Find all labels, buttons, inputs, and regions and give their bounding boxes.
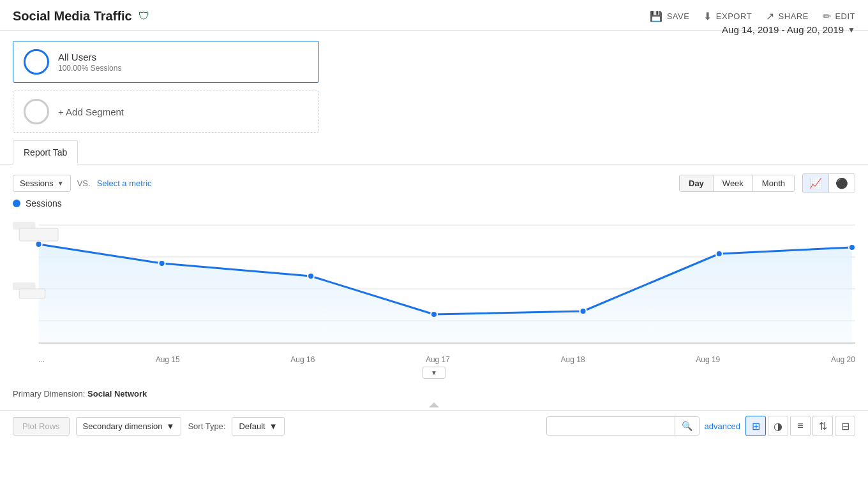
sessions-legend-dot — [13, 200, 20, 207]
metric-dropdown[interactable]: Sessions ▼ — [13, 175, 71, 192]
sort-type-label: Sort Type: — [188, 421, 225, 431]
select-metric-link[interactable]: Select a metric — [97, 179, 152, 188]
date-range-arrow-icon: ▼ — [848, 26, 855, 34]
x-label-aug17: Aug 17 — [426, 355, 450, 364]
svg-point-9 — [158, 260, 165, 267]
export-button[interactable]: ⬇ EXPORT — [703, 10, 752, 22]
pivot-view-btn[interactable]: ⇅ — [812, 416, 833, 436]
segment-name: All Users — [58, 52, 121, 62]
header-left: Social Media Traffic 🛡 — [13, 9, 150, 24]
export-icon: ⬇ — [703, 10, 712, 22]
add-segment-circle-icon — [24, 99, 49, 124]
sort-type-value: Default — [239, 421, 265, 431]
secondary-dimension-label: Secondary dimension — [83, 421, 163, 431]
table-view-btn[interactable]: ⊞ — [745, 416, 766, 436]
svg-point-14 — [849, 244, 855, 251]
segment-info: All Users 100.00% Sessions — [58, 52, 121, 73]
share-button[interactable]: ↗ SHARE — [766, 10, 809, 22]
segment-circle-icon — [24, 49, 49, 75]
date-range-label: Aug 14, 2019 - Aug 20, 2019 — [722, 24, 844, 35]
tab-report[interactable]: Report Tab — [13, 140, 78, 165]
primary-dimension-row: Primary Dimension: Social Network — [0, 383, 868, 402]
sessions-legend-label: Sessions — [26, 198, 62, 209]
save-icon: 💾 — [650, 10, 663, 22]
shield-icon: 🛡 — [138, 10, 150, 23]
svg-rect-16 — [19, 289, 45, 298]
svg-point-13 — [716, 251, 722, 257]
edit-icon: ✏ — [823, 10, 832, 22]
chart-type-buttons: 📈 ⚫ — [802, 173, 855, 193]
vs-label: VS. — [77, 179, 91, 188]
sessions-legend: Sessions — [0, 198, 868, 212]
chart-controls-left: Sessions ▼ VS. Select a metric — [13, 175, 152, 192]
active-segment[interactable]: All Users 100.00% Sessions — [13, 41, 319, 83]
comparison-view-btn[interactable]: ≡ — [790, 416, 811, 436]
time-btn-day[interactable]: Day — [680, 175, 714, 191]
scatter-chart-btn[interactable]: ⚫ — [828, 174, 855, 193]
plot-rows-button[interactable]: Plot Rows — [13, 417, 70, 436]
view-buttons: ⊞ ◑ ≡ ⇅ ⊟ — [745, 416, 855, 436]
add-segment-button[interactable]: + Add Segment — [13, 91, 319, 133]
sort-arrow-up-icon — [429, 402, 439, 407]
x-label-aug16: Aug 16 — [290, 355, 315, 364]
x-label-aug18: Aug 18 — [561, 355, 585, 364]
advanced-link[interactable]: advanced — [705, 421, 740, 431]
segment-sub: 100.00% Sessions — [58, 64, 121, 73]
primary-dimension-label: Primary Dimension: — [13, 389, 85, 399]
search-input[interactable] — [547, 418, 675, 435]
bottom-toolbar-left: Plot Rows Secondary dimension ▼ Sort Typ… — [13, 417, 285, 436]
secondary-dimension-arrow-icon: ▼ — [167, 421, 175, 431]
primary-dimension-value: Social Network — [87, 389, 147, 399]
x-label-aug20: Aug 20 — [831, 355, 855, 364]
sort-type-arrow-icon: ▼ — [269, 421, 278, 431]
date-range-picker[interactable]: Aug 14, 2019 - Aug 20, 2019 ▼ — [722, 24, 855, 35]
metric-dropdown-arrow-icon: ▼ — [57, 180, 64, 187]
header-actions: 💾 SAVE ⬇ EXPORT ↗ SHARE ✏ EDIT — [650, 10, 855, 22]
report-tab-row: Report Tab — [0, 140, 868, 165]
share-icon: ↗ — [766, 10, 775, 22]
sort-arrow — [0, 402, 868, 407]
svg-point-11 — [431, 311, 437, 318]
secondary-dimension-dropdown[interactable]: Secondary dimension ▼ — [76, 417, 182, 436]
search-button[interactable]: 🔍 — [675, 417, 699, 435]
sort-type-dropdown[interactable]: Default ▼ — [232, 417, 284, 436]
edit-button[interactable]: ✏ EDIT — [823, 10, 855, 22]
scroll-down-btn[interactable]: ▼ — [423, 367, 445, 379]
page-title: Social Media Traffic — [13, 9, 132, 24]
svg-point-12 — [580, 308, 586, 314]
chart-area — [0, 212, 868, 353]
x-label-aug15: Aug 15 — [156, 355, 180, 364]
search-box: 🔍 — [546, 416, 700, 436]
time-btn-week[interactable]: Week — [714, 175, 753, 191]
metric-label: Sessions — [20, 179, 54, 188]
segments-area: All Users 100.00% Sessions + Add Segment — [0, 31, 868, 133]
line-chart-svg — [13, 212, 855, 353]
svg-point-10 — [308, 273, 314, 279]
add-segment-label: + Add Segment — [58, 106, 124, 117]
svg-rect-15 — [19, 228, 58, 241]
scroll-indicator: ▼ — [0, 367, 868, 379]
svg-marker-7 — [39, 244, 852, 343]
column-view-btn[interactable]: ⊟ — [835, 416, 855, 436]
x-label-aug19: Aug 19 — [696, 355, 720, 364]
save-button[interactable]: 💾 SAVE — [650, 10, 689, 22]
chart-controls: Sessions ▼ VS. Select a metric Day Week … — [0, 165, 868, 198]
pie-view-btn[interactable]: ◑ — [768, 416, 788, 436]
x-label-ellipsis: ... — [38, 355, 45, 364]
chart-controls-right: Day Week Month 📈 ⚫ — [679, 173, 855, 193]
bottom-toolbar: Plot Rows Secondary dimension ▼ Sort Typ… — [0, 410, 868, 441]
time-btn-month[interactable]: Month — [753, 175, 794, 191]
svg-point-8 — [36, 241, 42, 247]
line-chart-btn[interactable]: 📈 — [803, 174, 828, 193]
x-axis-labels: ... Aug 15 Aug 16 Aug 17 Aug 18 Aug 19 A… — [0, 353, 868, 365]
bottom-toolbar-right: 🔍 advanced ⊞ ◑ ≡ ⇅ ⊟ — [546, 416, 855, 436]
